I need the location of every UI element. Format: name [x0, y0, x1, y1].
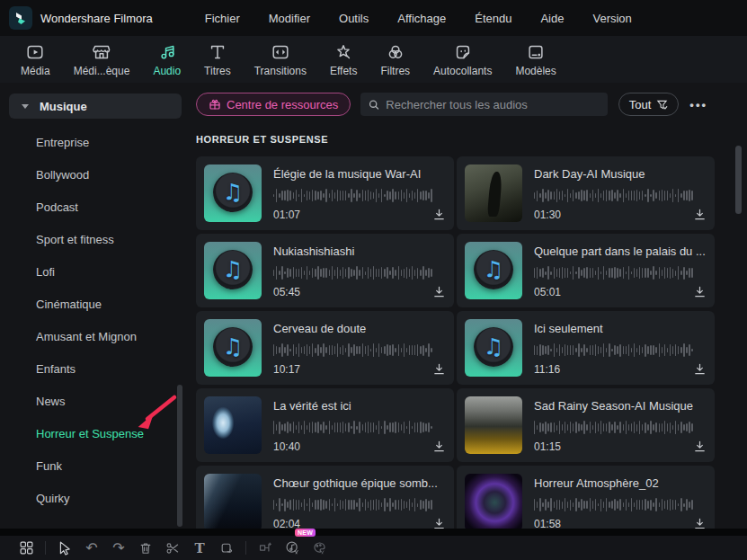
audio-waveform: [534, 497, 707, 512]
media-tab-bar: Média Médi...èque Audio Titres Transitio…: [0, 36, 747, 83]
gift-icon: [209, 98, 221, 111]
search-box[interactable]: [360, 93, 607, 116]
redo-icon[interactable]: ↷: [105, 538, 132, 559]
sidebar-item[interactable]: News: [0, 385, 189, 417]
divider: [0, 529, 747, 536]
audio-card[interactable]: ♫ Nukiashishiashi 05:45: [196, 234, 454, 307]
sidebar-item[interactable]: Cinématique: [0, 288, 189, 320]
more-options-button[interactable]: •••: [689, 98, 707, 111]
audio-title: Cerveau de doute: [273, 322, 446, 336]
download-icon[interactable]: [432, 440, 446, 453]
audio-card[interactable]: ♫ Ici seulement 11:16: [457, 311, 715, 385]
download-icon[interactable]: [693, 440, 707, 453]
audio-card-grid: ♫ Élégie de la musique War-AI 01:07 Dark…: [196, 156, 715, 529]
music-note-icon: ♫: [223, 256, 243, 282]
menu-item-aide[interactable]: Aide: [526, 6, 578, 31]
audio-title: Ici seulement: [534, 322, 707, 336]
music-note-icon: ♫: [223, 179, 243, 205]
tab-mediatheque[interactable]: Médi...èque: [62, 36, 142, 83]
audio-thumbnail: ♫: [204, 319, 262, 377]
sidebar-item[interactable]: Funk: [0, 449, 189, 482]
crop-icon[interactable]: [213, 538, 240, 559]
sidebar-scrollbar[interactable]: [177, 385, 182, 527]
ai-audio-icon[interactable]: NEW: [279, 538, 306, 559]
audio-card[interactable]: ♫ Quelque part dans le palais du ... 05:…: [457, 234, 715, 307]
download-icon[interactable]: [693, 362, 707, 376]
download-icon[interactable]: [432, 285, 446, 298]
resource-center-button[interactable]: Centre de ressources: [196, 93, 351, 116]
menu-item-modifier[interactable]: Modifier: [254, 6, 325, 31]
sidebar-item[interactable]: Amusant et Mignon: [0, 320, 189, 352]
audio-card[interactable]: ♫ Élégie de la musique War-AI 01:07: [196, 156, 454, 230]
audio-title: La vérité est ici: [273, 399, 446, 413]
audio-card[interactable]: Sad Rainy Season-AI Musique 01:15: [457, 388, 715, 462]
text-icon: [208, 42, 227, 62]
sidebar-item[interactable]: Sport et fitness: [0, 223, 189, 255]
funnel-icon: [656, 99, 668, 111]
menu-item-tendu[interactable]: Étendu: [460, 6, 526, 31]
audio-title: Nukiashishiashi: [273, 244, 446, 259]
filter-swirl-icon: [386, 42, 405, 62]
sidebar-item[interactable]: Enfants: [0, 352, 189, 385]
menu-item-fichier[interactable]: Fichier: [191, 6, 254, 31]
download-icon[interactable]: [432, 362, 446, 376]
audio-duration: 05:01: [534, 286, 561, 298]
filmora-logo-icon: [9, 6, 32, 30]
collapse-chevron-icon: [22, 104, 29, 109]
layout-grid-icon[interactable]: [13, 538, 40, 559]
tab-audio[interactable]: Audio: [141, 36, 192, 83]
menu-item-affichage[interactable]: Affichage: [383, 6, 460, 31]
download-icon[interactable]: [432, 208, 446, 221]
tab-filtres[interactable]: Filtres: [369, 36, 422, 83]
text-tool-icon[interactable]: T: [186, 538, 213, 559]
ai-color-icon[interactable]: [306, 538, 333, 559]
sidebar-item[interactable]: Quirky: [0, 482, 189, 514]
scissors-icon[interactable]: [159, 538, 186, 559]
audio-card[interactable]: Chœur gothique épique somb... 02:04: [196, 466, 454, 529]
menu-item-version[interactable]: Version: [578, 6, 645, 31]
download-icon[interactable]: [432, 517, 446, 529]
tab-modeles[interactable]: Modèles: [503, 36, 567, 83]
audio-title: Élégie de la musique War-AI: [273, 167, 446, 182]
download-icon[interactable]: [693, 285, 707, 298]
download-icon[interactable]: [693, 208, 707, 221]
trash-icon[interactable]: [132, 538, 159, 559]
sidebar-item[interactable]: Horreur et Suspense: [0, 417, 189, 449]
audio-card[interactable]: Horreur Atmosphère_02 01:58: [457, 466, 715, 529]
undo-icon[interactable]: ↶: [78, 538, 105, 559]
download-icon[interactable]: [693, 517, 707, 529]
tab-media[interactable]: Média: [9, 36, 62, 83]
sidebar-item[interactable]: Lofi: [0, 255, 189, 288]
audio-card[interactable]: ♫ Cerveau de doute 10:17: [196, 311, 454, 385]
audio-card[interactable]: Dark Day-AI Musique 01:30: [457, 156, 715, 230]
tab-titres[interactable]: Titres: [192, 36, 243, 83]
search-input[interactable]: [386, 98, 599, 111]
filter-all-button[interactable]: Tout: [618, 93, 680, 116]
audio-title: Horreur Atmosphère_02: [534, 476, 707, 491]
content-area: Musique EntrepriseBollywoodPodcastSport …: [0, 83, 747, 529]
tab-autocollants[interactable]: Autocollants: [422, 36, 503, 83]
audio-thumbnail: ♫: [465, 319, 522, 377]
media-icon: [25, 42, 45, 62]
sidebar-item[interactable]: Bollywood: [0, 158, 189, 191]
content-scrollbar[interactable]: [735, 146, 742, 214]
audio-title: Sad Rainy Season-AI Musique: [534, 399, 707, 413]
star-icon: [333, 42, 353, 62]
music-note-icon: ♫: [223, 333, 243, 360]
menu-item-outils[interactable]: Outils: [325, 6, 383, 31]
audio-title: Chœur gothique épique somb...: [273, 476, 446, 491]
sticker-icon: [453, 42, 473, 62]
audio-waveform: [273, 265, 446, 280]
sidebar-item[interactable]: Podcast: [0, 191, 189, 223]
controls-row: Centre de ressources Tout •••: [196, 93, 715, 116]
audio-waveform: [534, 265, 707, 280]
template-icon: [526, 42, 546, 62]
sidebar-item[interactable]: Entreprise: [0, 126, 189, 158]
smart-edit-icon[interactable]: [252, 538, 279, 559]
tab-effets[interactable]: Effets: [318, 36, 369, 83]
audio-card[interactable]: La vérité est ici 10:40: [196, 388, 454, 462]
tab-transitions[interactable]: Transitions: [243, 36, 318, 83]
audio-thumbnail: ♫: [465, 242, 522, 299]
sidebar-section-musique[interactable]: Musique: [9, 93, 182, 119]
pointer-icon[interactable]: [51, 538, 78, 559]
